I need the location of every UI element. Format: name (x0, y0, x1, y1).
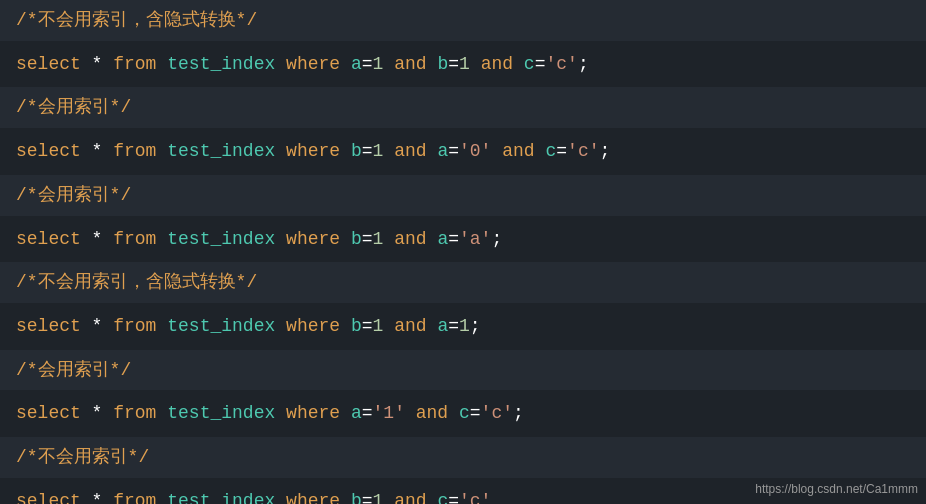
op-token: * (81, 141, 113, 161)
op-token: = (448, 316, 459, 336)
kw-token: from (113, 54, 156, 74)
comment-line: /*不会用索引*/ (0, 437, 926, 478)
kw-token: select (16, 403, 81, 423)
id-token: c (437, 491, 448, 504)
id-token: test_index (167, 403, 275, 423)
op-token (156, 54, 167, 74)
op-token (383, 316, 394, 336)
num-token: 1 (459, 316, 470, 336)
op-token: = (362, 403, 373, 423)
op-token: ; (578, 54, 589, 74)
num-token: 1 (373, 491, 384, 504)
kw-token: select (16, 229, 81, 249)
id-token: test_index (167, 54, 275, 74)
id-token: c (459, 403, 470, 423)
kw-token: and (394, 141, 426, 161)
kw-token: and (394, 229, 426, 249)
id-token: a (351, 54, 362, 74)
kw-token: select (16, 141, 81, 161)
op-token: * (81, 54, 113, 74)
watermark: https://blog.csdn.net/Ca1mmm (755, 482, 918, 496)
op-token: = (556, 141, 567, 161)
op-token: = (448, 141, 459, 161)
id-token: a (437, 316, 448, 336)
code-block: /*不会用索引，含隐式转换*/select * from test_index … (0, 0, 926, 504)
op-token (275, 141, 286, 161)
op-token (383, 141, 394, 161)
op-token: ; (513, 403, 524, 423)
kw-token: select (16, 316, 81, 336)
id-token: b (351, 316, 362, 336)
op-token (427, 229, 438, 249)
code-line: select * from test_index where b=1 and a… (0, 128, 926, 175)
num-token: 1 (373, 229, 384, 249)
op-token: = (362, 229, 373, 249)
op-token: ; (599, 141, 610, 161)
kw-token: where (286, 491, 340, 504)
kw-token: and (394, 316, 426, 336)
op-token (156, 403, 167, 423)
comment-line: /*不会用索引，含隐式转换*/ (0, 0, 926, 41)
op-token (383, 491, 394, 504)
op-token (156, 229, 167, 249)
id-token: test_index (167, 491, 275, 504)
op-token (340, 403, 351, 423)
kw-token: and (481, 54, 513, 74)
kw-token: select (16, 491, 81, 504)
op-token (491, 141, 502, 161)
id-token: a (437, 229, 448, 249)
op-token (275, 316, 286, 336)
num-token: 1 (459, 54, 470, 74)
id-token: c (524, 54, 535, 74)
op-token (340, 491, 351, 504)
code-line: select * from test_index where a='1' and… (0, 390, 926, 437)
op-token (340, 316, 351, 336)
op-token: * (81, 491, 113, 504)
kw-token: select (16, 54, 81, 74)
op-token: = (470, 403, 481, 423)
comment-line: /*不会用索引，含隐式转换*/ (0, 262, 926, 303)
op-token: = (362, 316, 373, 336)
str-token: 'c' (567, 141, 599, 161)
op-token (427, 316, 438, 336)
comment-line: /*会用索引*/ (0, 87, 926, 128)
op-token (535, 141, 546, 161)
id-token: c (545, 141, 556, 161)
op-token (156, 141, 167, 161)
str-token: 'c' (459, 491, 491, 504)
str-token: '0' (459, 141, 491, 161)
id-token: b (351, 229, 362, 249)
id-token: b (351, 141, 362, 161)
op-token: = (362, 141, 373, 161)
op-token (156, 491, 167, 504)
kw-token: from (113, 316, 156, 336)
kw-token: and (394, 54, 426, 74)
str-token: 'c' (481, 403, 513, 423)
kw-token: from (113, 229, 156, 249)
op-token (275, 229, 286, 249)
op-token (275, 403, 286, 423)
comment-line: /*会用索引*/ (0, 350, 926, 391)
op-token: = (448, 54, 459, 74)
kw-token: where (286, 403, 340, 423)
op-token (156, 316, 167, 336)
code-line: select * from test_index where b=1 and a… (0, 216, 926, 263)
op-token: * (81, 403, 113, 423)
id-token: b (437, 54, 448, 74)
num-token: 1 (373, 141, 384, 161)
op-token: = (448, 229, 459, 249)
comment-line: /*会用索引*/ (0, 175, 926, 216)
op-token: = (362, 491, 373, 504)
kw-token: and (502, 141, 534, 161)
id-token: test_index (167, 316, 275, 336)
op-token (275, 491, 286, 504)
op-token (427, 491, 438, 504)
str-token: 'c' (545, 54, 577, 74)
kw-token: and (416, 403, 448, 423)
code-line: select * from test_index where b=1 and a… (0, 303, 926, 350)
kw-token: where (286, 316, 340, 336)
op-token (470, 54, 481, 74)
num-token: 1 (373, 316, 384, 336)
op-token (340, 141, 351, 161)
kw-token: from (113, 141, 156, 161)
